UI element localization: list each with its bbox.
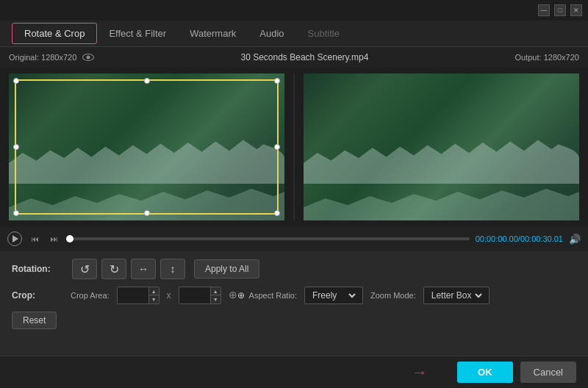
window-controls: — □ ✕ [538, 4, 582, 16]
aspect-ratio-label: Aspect Ratio: [249, 291, 297, 300]
eye-icon[interactable] [82, 54, 94, 61]
preview-header: Original: 1280x720 30 Seconds Beach Scen… [0, 47, 588, 68]
maximize-button[interactable]: □ [554, 4, 566, 16]
width-spin-up[interactable]: ▲ [149, 287, 159, 295]
cancel-button[interactable]: Cancel [520, 362, 576, 383]
timeline-thumb[interactable] [66, 235, 74, 242]
current-time: 00:00:00.00 [476, 234, 518, 243]
tab-watermark[interactable]: Watermark [178, 24, 248, 43]
panel-divider [293, 73, 295, 220]
close-button[interactable]: ✕ [570, 4, 582, 16]
apply-to-all-button[interactable]: Apply to All [194, 259, 259, 279]
rotation-row: Rotation: ↺ ↻ ↔ ↕ Apply to All [12, 259, 576, 279]
dimension-separator: x [167, 290, 171, 301]
width-input[interactable]: 1280 [118, 289, 148, 302]
preview-area: Original: 1280x720 30 Seconds Beach Scen… [0, 47, 588, 251]
zoom-mode-label: Zoom Mode: [370, 291, 416, 300]
output-video-bg [304, 73, 579, 220]
time-display: 00:00:00.00/00:00:30.01 [476, 234, 563, 243]
timeline-bar: ⏮ ⏭ 00:00:00.00/00:00:30.01 🔊 [0, 226, 588, 251]
source-video-panel[interactable] [9, 73, 284, 220]
original-label: Original: 1280x720 [9, 53, 76, 62]
play-icon [12, 235, 18, 242]
height-input-group: 720 ▲ ▼ [179, 287, 221, 304]
tab-subtitle: Subtitle [296, 24, 351, 43]
height-spin-up[interactable]: ▲ [211, 287, 220, 295]
crop-center-icon[interactable]: ⊕ [229, 289, 242, 302]
total-time: 00:00:30.01 [520, 234, 563, 243]
zoom-mode-select[interactable]: Letter Box [429, 290, 484, 301]
tab-bar: Rotate & Crop Effect & Filter Watermark … [0, 21, 588, 47]
crop-handle-tl[interactable] [13, 78, 19, 84]
red-arrow-icon: → [412, 363, 428, 382]
crop-label: Crop: [12, 290, 63, 301]
reset-row: Reset [12, 312, 576, 329]
crop-handle-br[interactable] [274, 210, 280, 216]
crop-handle-tr[interactable] [274, 78, 280, 84]
height-spin-down[interactable]: ▼ [211, 295, 220, 303]
timeline-track[interactable] [66, 237, 470, 240]
rotate-buttons: ↺ ↻ ↔ ↕ [72, 259, 185, 279]
width-input-group: 1280 ▲ ▼ [117, 287, 159, 304]
rotate-right-button[interactable]: ↻ [101, 259, 126, 279]
reset-button[interactable]: Reset [12, 312, 57, 329]
output-video-panel [304, 73, 579, 220]
video-panels [0, 68, 588, 226]
crop-handle-mr[interactable] [274, 144, 280, 150]
flip-vertical-button[interactable]: ↕ [160, 259, 185, 279]
tab-effect-filter[interactable]: Effect & Filter [97, 24, 178, 43]
prev-frame-button[interactable]: ⏮ [28, 232, 41, 245]
tab-audio[interactable]: Audio [248, 24, 295, 43]
filename-label: 30 Seconds Beach Scenery.mp4 [240, 52, 368, 62]
crop-handle-ml[interactable] [13, 144, 19, 150]
source-video-bg [9, 73, 284, 220]
crop-overlay[interactable] [15, 79, 279, 215]
tab-rotate-crop[interactable]: Rotate & Crop [12, 23, 97, 44]
title-bar: — □ ✕ [0, 0, 588, 21]
crop-area-label: Crop Area: [71, 291, 110, 300]
arrow-indicator: → [12, 363, 450, 382]
crop-handle-bl[interactable] [13, 210, 19, 216]
ok-button[interactable]: OK [457, 362, 513, 383]
crop-row: Crop: Crop Area: 1280 ▲ ▼ x 720 ▲ ▼ ⊕ As… [12, 287, 576, 304]
output-label: Output: 1280x720 [515, 53, 579, 62]
original-info: Original: 1280x720 [9, 53, 94, 62]
zoom-mode-dropdown[interactable]: Letter Box [423, 287, 490, 304]
minimize-button[interactable]: — [538, 4, 550, 16]
width-spin-controls: ▲ ▼ [148, 287, 159, 303]
aspect-ratio-dropdown[interactable]: Freely [304, 287, 363, 304]
aspect-ratio-select[interactable]: Freely [309, 290, 358, 301]
rotation-label: Rotation: [12, 264, 63, 274]
crop-handle-bc[interactable] [144, 210, 150, 216]
play-button[interactable] [7, 231, 22, 246]
flip-horizontal-button[interactable]: ↔ [131, 259, 156, 279]
width-spin-down[interactable]: ▼ [149, 295, 159, 303]
controls-area: Rotation: ↺ ↻ ↔ ↕ Apply to All Crop: Cro… [0, 251, 588, 337]
height-spin-controls: ▲ ▼ [210, 287, 220, 303]
volume-icon[interactable]: 🔊 [569, 234, 581, 245]
crop-handle-tc[interactable] [144, 78, 150, 84]
bottom-bar: → OK Cancel [0, 356, 588, 388]
height-input[interactable]: 720 [179, 289, 210, 302]
next-frame-button[interactable]: ⏭ [47, 232, 60, 245]
rotate-left-button[interactable]: ↺ [72, 259, 97, 279]
